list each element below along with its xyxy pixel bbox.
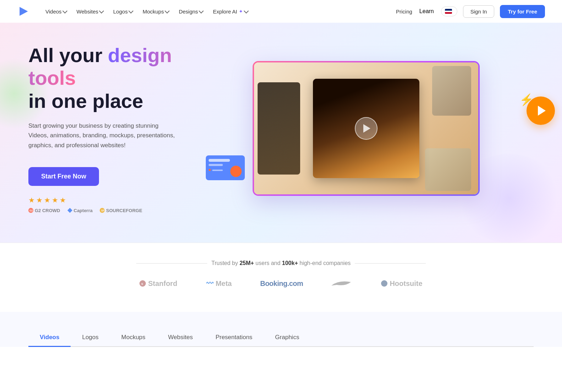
tabs-nav: Videos Logos Mockups Websites Presentati… [28,329,534,347]
trusted-text: Trusted by 25M+ users and 100k+ high-end… [28,260,534,266]
star-1: ★ [28,196,35,204]
star-4: ★ [52,196,58,204]
tab-logos[interactable]: Logos [71,329,110,347]
chevron-icon [243,8,248,13]
hero-right: ⚡ [199,61,534,196]
svg-point-14 [381,280,387,287]
tryfree-button[interactable]: Try for Free [500,5,545,18]
tab-graphics[interactable]: Graphics [264,329,310,347]
review-logos: G2 G2 CROWD Capterra SF SOURCEFORGE [28,208,184,213]
stars-row: ★ ★ ★ ★ ★ [28,196,184,204]
svg-text:S: S [141,282,143,286]
chevron-icon [128,8,133,13]
svg-rect-7 [209,159,230,162]
hero-left: All your design tools in one place Start… [28,44,199,213]
stanford-logo: S Stanford [139,280,177,288]
nav-item-logos[interactable]: Logos [109,6,137,17]
nav-item-websites[interactable]: Websites [72,6,108,17]
hero-title-suffix: in one place [28,90,143,112]
chevron-icon [99,8,104,13]
star-5: ★ [60,196,66,204]
pricing-link[interactable]: Pricing [395,6,414,17]
hero-content: All your design tools in one place Start… [0,23,562,234]
float-play-icon [538,106,546,116]
star-3: ★ [44,196,50,204]
meta-logo: Meta [206,280,232,288]
trusted-section: Trusted by 25M+ users and 100k+ high-end… [0,243,562,305]
tab-presentations[interactable]: Presentations [204,329,264,347]
g2-logo: G2 G2 CROWD [28,208,60,213]
svg-marker-3 [67,208,72,213]
navbar: Videos Websites Logos Mockups Designs Ex… [0,0,562,23]
start-free-button[interactable]: Start Free Now [28,167,99,186]
signin-button[interactable]: Sign In [463,5,495,18]
capterra-logo: Capterra [67,208,93,213]
ai-star-icon: ✦ [239,9,243,14]
hootsuite-logo: Hootsuite [381,280,422,288]
booking-logo: Booking.com [260,280,303,288]
photo-top-right [432,66,471,116]
nav-item-mockups[interactable]: Mockups [138,6,173,17]
nav-right: Pricing Learn Sign In Try for Free [395,5,545,18]
nav-item-videos[interactable]: Videos [41,6,71,17]
svg-rect-11 [212,170,223,171]
svg-marker-0 [20,7,28,16]
video-inner [254,62,478,194]
play-button[interactable] [355,117,378,140]
divider-left [136,263,207,264]
tab-videos[interactable]: Videos [28,329,71,347]
logo[interactable] [17,5,30,18]
nike-logo [331,279,353,288]
flag-icon [445,9,452,14]
floating-card [206,152,252,185]
divider-right [355,263,426,264]
company-logos: S Stanford Meta Booking.com Hootsuite [28,279,534,288]
hero-title: All your design tools in one place [28,44,184,112]
svg-rect-8 [209,164,223,166]
tab-mockups[interactable]: Mockups [110,329,157,347]
svg-text:SF: SF [101,209,105,212]
center-photo [313,79,419,178]
chevron-icon [199,8,204,13]
photo-left [258,82,300,175]
hero-subtitle: Start growing your business by creating … [28,121,177,150]
svg-point-9 [230,166,242,177]
tabs-section: Videos Logos Mockups Websites Presentati… [0,312,562,347]
svg-rect-10 [209,169,211,171]
play-triangle-icon [363,124,370,133]
chevron-icon [62,8,67,13]
photo-bottom-right [425,148,471,191]
chevron-icon [165,8,170,13]
tab-websites[interactable]: Websites [157,329,204,347]
learn-dropdown[interactable]: Learn [419,8,435,15]
svg-text:G2: G2 [29,209,33,212]
video-frame[interactable] [253,61,480,196]
nav-item-designs[interactable]: Designs [175,6,207,17]
hero-section: All your design tools in one place Start… [0,23,562,243]
lightning-icon: ⚡ [519,93,534,106]
language-selector[interactable] [441,6,457,16]
sourceforge-logo: SF SOURCEFORGE [100,208,142,213]
star-2: ★ [36,196,43,204]
nav-links: Videos Websites Logos Mockups Designs Ex… [41,6,395,17]
nav-item-explore-ai[interactable]: Explore AI ✦ [209,6,252,17]
